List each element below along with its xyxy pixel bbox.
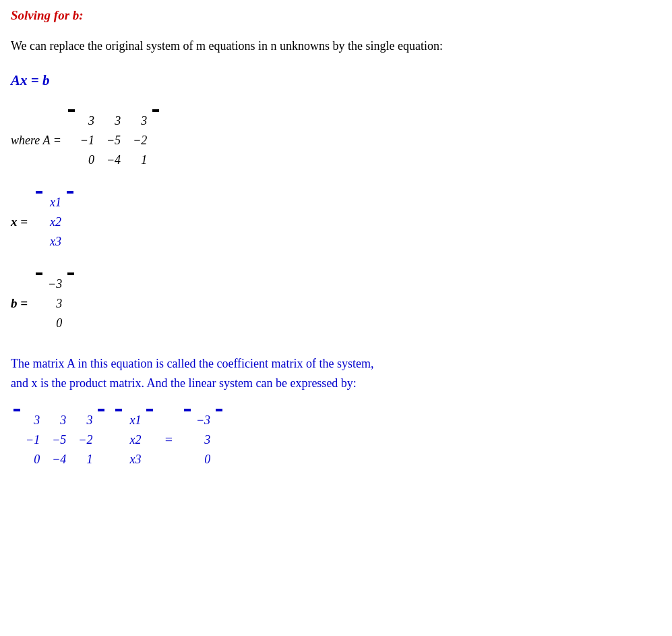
info-line1: The matrix A in this equation is called … <box>11 354 661 374</box>
bb-1: 3 <box>196 431 210 449</box>
A-cell-2-2: 1 <box>133 151 147 169</box>
matrix-A-wrap: 3 3 3 −1 −5 −2 0 −4 1 <box>68 109 159 172</box>
solving-header: Solving for b: <box>11 8 661 23</box>
A-cell-0-1: 3 <box>106 112 121 130</box>
bb-2: 0 <box>196 451 210 469</box>
vector-x-wrap: x1 x2 x3 <box>36 191 73 254</box>
x-cell-2: x3 <box>48 233 61 251</box>
bA-2-1: −4 <box>52 451 66 469</box>
bA-2-2: 1 <box>78 451 92 469</box>
bA-2-0: 0 <box>26 451 40 469</box>
x-cell-1: x2 <box>48 213 61 231</box>
A-cell-0-2: 3 <box>133 112 147 130</box>
vector-b-label: b = <box>11 296 28 311</box>
bx-1: x2 <box>127 431 141 449</box>
A-cell-1-0: −1 <box>80 132 94 150</box>
bottom-vector-b-grid: −3 3 0 <box>195 409 212 471</box>
bb-0: −3 <box>196 411 210 430</box>
b-cell-2: 0 <box>48 314 62 333</box>
b-cell-1: 3 <box>48 295 62 313</box>
bottom-equals-sign: = <box>161 432 176 448</box>
A-cell-0-0: 3 <box>80 112 94 130</box>
bA-1-0: −1 <box>26 431 40 449</box>
vector-b-grid: −3 3 0 <box>47 272 63 335</box>
A-cell-2-1: −4 <box>106 151 121 169</box>
where-A-section: where A = 3 3 3 −1 −5 −2 0 −4 1 <box>11 109 661 172</box>
info-line2: and x is the product matrix. And the lin… <box>11 374 661 393</box>
bottom-vector-b-wrap: −3 3 0 <box>184 409 222 471</box>
bA-1-1: −5 <box>52 431 66 449</box>
x-cell-0: x1 <box>48 194 61 212</box>
bA-0-0: 3 <box>26 411 40 430</box>
bottom-vector-x-wrap: x1 x2 x3 <box>115 409 153 471</box>
intro-text: We can replace the original system of m … <box>11 36 661 56</box>
b-cell-0: −3 <box>48 275 62 293</box>
bx-0: x1 <box>127 411 141 430</box>
vector-b-wrap: −3 3 0 <box>36 272 74 335</box>
bottom-vector-x-grid: x1 x2 x3 <box>126 409 142 471</box>
vector-b-section: b = −3 3 0 <box>11 272 661 335</box>
bA-0-1: 3 <box>52 411 66 430</box>
vector-x-section: x = x1 x2 x3 <box>11 191 661 254</box>
A-cell-1-2: −2 <box>133 132 147 150</box>
info-text-block: The matrix A in this equation is called … <box>11 354 661 393</box>
bx-2: x3 <box>127 451 141 469</box>
bA-0-2: 3 <box>78 411 92 430</box>
matrix-A-grid: 3 3 3 −1 −5 −2 0 −4 1 <box>79 109 148 172</box>
vector-x-label: x = <box>11 214 28 229</box>
A-cell-2-0: 0 <box>80 151 94 169</box>
where-label: where A = <box>11 134 61 148</box>
main-equation: Ax = b <box>11 72 661 89</box>
bottom-equation: 3 3 3 −1 −5 −2 0 −4 1 x1 x2 x3 = −3 3 0 <box>11 409 661 471</box>
bA-1-2: −2 <box>78 431 92 449</box>
A-cell-1-1: −5 <box>106 132 121 150</box>
bottom-matrix-A-grid: 3 3 3 −1 −5 −2 0 −4 1 <box>24 409 94 471</box>
bottom-matrix-A-wrap: 3 3 3 −1 −5 −2 0 −4 1 <box>13 409 104 471</box>
vector-x-grid: x1 x2 x3 <box>47 191 63 254</box>
